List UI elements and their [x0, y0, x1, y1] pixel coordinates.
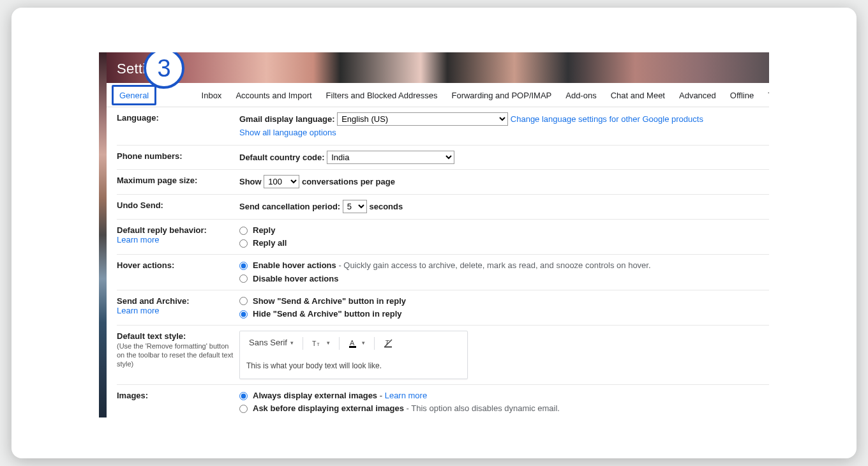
tab-advanced[interactable]: Advanced — [677, 89, 719, 101]
font-size-button[interactable]: T T — [310, 337, 333, 349]
tab-general[interactable]: General — [117, 89, 151, 101]
svg-rect-6 — [384, 346, 392, 347]
reply-all-label: Reply all — [253, 237, 287, 249]
enable-hover-desc: - Quickly gain access to archive, delete… — [336, 260, 651, 270]
language-field-label: Gmail display language: — [239, 114, 335, 124]
text-color-icon: A — [348, 338, 359, 349]
label-undo-send: Undo Send: — [117, 200, 239, 214]
tab-offline[interactable]: Offline — [728, 89, 756, 101]
tab-addons[interactable]: Add-ons — [563, 89, 599, 101]
row-reply-behavior: Default reply behavior: Learn more Reply… — [117, 220, 769, 255]
radio-ask-images[interactable] — [239, 405, 248, 413]
page-size-select[interactable]: 100 — [264, 175, 299, 188]
label-send-archive: Send and Archive: — [117, 296, 190, 306]
text-style-box: Sans Serif T T — [239, 331, 468, 379]
step-number: 3 — [157, 55, 170, 82]
ask-images-label: Ask before displaying external images — [253, 403, 404, 413]
radio-disable-hover[interactable] — [239, 274, 248, 283]
tab-inbox[interactable]: Inbox — [199, 89, 225, 101]
row-send-archive: Send and Archive: Learn more Show "Send … — [117, 290, 769, 326]
enable-hover-label: Enable hover actions — [253, 260, 336, 270]
label-page-size: Maximum page size: — [117, 175, 239, 189]
banner: Settings — [99, 52, 769, 83]
page-title: Settings — [99, 52, 769, 77]
frame: Settings 3 General Labels Inbox Accounts… — [11, 8, 857, 458]
always-images-label: Always display external images — [253, 391, 377, 400]
label-hover: Hover actions: — [117, 260, 239, 284]
theme-side-strip — [99, 52, 107, 417]
toolbar-divider — [374, 337, 375, 350]
radio-reply[interactable] — [239, 227, 248, 235]
row-language: Language: Gmail display language: Englis… — [117, 107, 769, 146]
text-style-preview: This is what your body text will look li… — [240, 355, 467, 379]
row-undo-send: Undo Send: Send cancellation period: 5 s… — [117, 195, 769, 220]
undo-send-suffix: seconds — [369, 202, 403, 211]
remove-formatting-button[interactable]: T — [381, 337, 396, 350]
always-images-sep: - — [377, 391, 385, 400]
svg-rect-3 — [349, 346, 356, 348]
font-size-icon: T T — [312, 339, 324, 348]
page-size-suffix: conversations per page — [302, 177, 395, 186]
settings-window: Settings 3 General Labels Inbox Accounts… — [99, 52, 769, 417]
phone-field-label: Default country code: — [239, 153, 325, 162]
reply-label: Reply — [253, 225, 275, 236]
tab-forwarding[interactable]: Forwarding and POP/IMAP — [449, 89, 554, 101]
label-text-style: Default text style: — [117, 331, 186, 341]
svg-text:T: T — [312, 339, 317, 347]
remove-formatting-icon: T — [384, 338, 394, 349]
svg-text:T: T — [317, 342, 319, 346]
send-archive-learn-more-link[interactable]: Learn more — [117, 306, 159, 315]
reply-learn-more-link[interactable]: Learn more — [117, 235, 159, 244]
svg-text:A: A — [350, 339, 355, 347]
hide-send-archive-label: Hide "Send & Archive" button in reply — [253, 308, 402, 320]
label-reply-behavior: Default reply behavior: — [117, 225, 207, 235]
text-style-toolbar: Sans Serif T T — [240, 331, 467, 355]
row-text-style: Default text style: (Use the 'Remove for… — [117, 326, 769, 385]
disable-hover-label: Disable hover actions — [253, 273, 338, 285]
row-page-size: Maximum page size: Show 100 conversation… — [117, 170, 769, 195]
show-all-language-link[interactable]: Show all language options — [239, 128, 336, 137]
tab-accounts[interactable]: Accounts and Import — [233, 89, 314, 101]
radio-show-send-archive[interactable] — [239, 297, 248, 305]
settings-rows: Language: Gmail display language: Englis… — [99, 107, 769, 417]
label-language: Language: — [117, 112, 239, 140]
undo-send-select[interactable]: 5 — [343, 200, 367, 213]
font-family-button[interactable]: Sans Serif — [246, 335, 296, 351]
radio-hide-send-archive[interactable] — [239, 310, 248, 319]
show-send-archive-label: Show "Send & Archive" button in reply — [253, 296, 406, 307]
label-phone: Phone numbers: — [117, 151, 239, 165]
toolbar-divider — [339, 337, 340, 350]
row-phone: Phone numbers: Default country code: Ind… — [117, 146, 769, 170]
tabs-bar: General Labels Inbox Accounts and Import… — [99, 83, 769, 107]
images-learn-more-link[interactable]: Learn more — [385, 391, 427, 400]
font-family-value: Sans Serif — [249, 336, 287, 350]
country-code-select[interactable]: India — [327, 151, 454, 164]
page-size-prefix: Show — [239, 177, 262, 186]
toolbar-divider — [303, 337, 303, 350]
undo-send-field-label: Send cancellation period: — [239, 202, 340, 211]
text-style-sub: (Use the 'Remove formatting' button on t… — [117, 342, 234, 368]
ask-images-desc: - This option also disables dynamic emai… — [404, 403, 560, 413]
label-images: Images: — [117, 390, 239, 414]
tab-themes[interactable]: Themes — [765, 89, 769, 101]
radio-always-images[interactable] — [239, 392, 248, 400]
change-language-link[interactable]: Change language settings for other Googl… — [511, 114, 703, 124]
radio-reply-all[interactable] — [239, 239, 248, 248]
row-hover-actions: Hover actions: Enable hover actions - Qu… — [117, 255, 769, 290]
text-color-button[interactable]: A — [346, 337, 368, 350]
tab-filters[interactable]: Filters and Blocked Addresses — [324, 89, 440, 101]
row-images: Images: Always display external images -… — [117, 385, 769, 417]
language-select[interactable]: English (US) — [337, 112, 508, 126]
radio-enable-hover[interactable] — [239, 262, 248, 270]
tab-chat[interactable]: Chat and Meet — [608, 89, 668, 101]
